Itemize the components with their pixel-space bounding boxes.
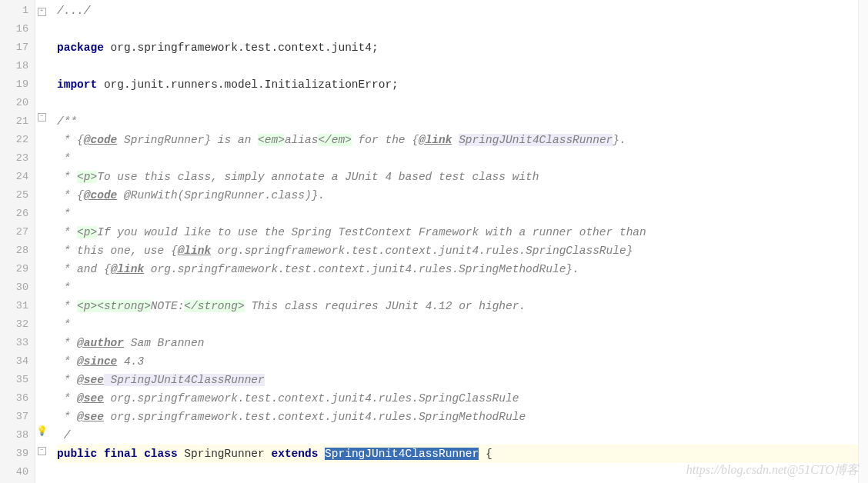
fold-gutter[interactable]: +−💡− xyxy=(35,0,48,483)
line-number[interactable]: 37 xyxy=(0,408,35,426)
line-number[interactable]: 20 xyxy=(0,94,35,112)
line-number[interactable]: 32 xyxy=(0,315,35,334)
current-line[interactable]: public final class SpringRunner extends … xyxy=(57,445,858,463)
line-number[interactable]: 28 xyxy=(0,242,35,260)
javadoc-open: /** xyxy=(57,115,77,128)
line-number[interactable]: 35 xyxy=(0,371,35,389)
line-number[interactable]: 29 xyxy=(0,260,35,278)
fold-open-icon[interactable]: − xyxy=(38,447,46,455)
line-number[interactable]: 36 xyxy=(0,389,35,408)
keyword-package: package xyxy=(57,42,104,54)
selected-identifier[interactable]: SpringJUnit4ClassRunner xyxy=(325,448,479,460)
keyword-import: import xyxy=(57,78,97,91)
line-number[interactable]: 34 xyxy=(0,352,35,371)
code-area[interactable]: /.../ package org.springframework.test.c… xyxy=(48,0,858,483)
line-number[interactable]: 1 xyxy=(0,2,35,20)
identifier-highlight: SpringJUnit4ClassRunner xyxy=(459,134,613,146)
line-number[interactable]: 18 xyxy=(0,57,35,75)
line-number[interactable]: 23 xyxy=(0,149,35,168)
line-number[interactable]: 31 xyxy=(0,297,35,315)
import-name: org.junit.runners.model.InitializationEr… xyxy=(97,78,399,91)
folded-block[interactable]: /.../ xyxy=(57,5,91,17)
line-number[interactable]: 17 xyxy=(0,38,35,57)
line-number[interactable]: 21 xyxy=(0,112,35,131)
p-tag: <p> xyxy=(77,300,97,312)
package-name: org.springframework.test.context.junit4; xyxy=(104,42,379,54)
line-number[interactable]: 16 xyxy=(0,20,35,38)
fold-open-icon[interactable]: − xyxy=(38,113,46,122)
line-number[interactable]: 24 xyxy=(0,168,35,186)
javadoc-close: / xyxy=(64,429,71,441)
em-tag-close: </em> xyxy=(318,134,352,146)
line-number[interactable]: 22 xyxy=(0,131,35,149)
p-tag: <p> xyxy=(77,226,97,238)
line-number[interactable]: 26 xyxy=(0,205,35,223)
em-tag: <em> xyxy=(258,134,285,146)
p-tag: <p> xyxy=(77,171,97,183)
line-number[interactable]: 39 xyxy=(0,445,35,463)
line-number[interactable]: 27 xyxy=(0,223,35,242)
line-number[interactable]: 33 xyxy=(0,334,35,352)
marker-strip[interactable] xyxy=(858,0,868,483)
strong-tag-close: </strong> xyxy=(184,300,244,312)
line-number[interactable]: 30 xyxy=(0,278,35,297)
line-number[interactable]: 25 xyxy=(0,186,35,205)
line-number[interactable]: 40 xyxy=(0,463,35,481)
strong-tag: <strong> xyxy=(97,300,151,312)
lightbulb-icon[interactable]: 💡 xyxy=(36,422,48,441)
line-number-gutter[interactable]: 1161718192021222324252627282930313233343… xyxy=(0,0,35,483)
code-editor: 1161718192021222324252627282930313233343… xyxy=(0,0,868,483)
fold-collapsed-icon[interactable]: + xyxy=(38,8,46,16)
identifier-highlight: SpringJUnit4ClassRunner xyxy=(104,374,265,386)
line-number[interactable]: 19 xyxy=(0,75,35,94)
line-number[interactable]: 38 xyxy=(0,426,35,445)
